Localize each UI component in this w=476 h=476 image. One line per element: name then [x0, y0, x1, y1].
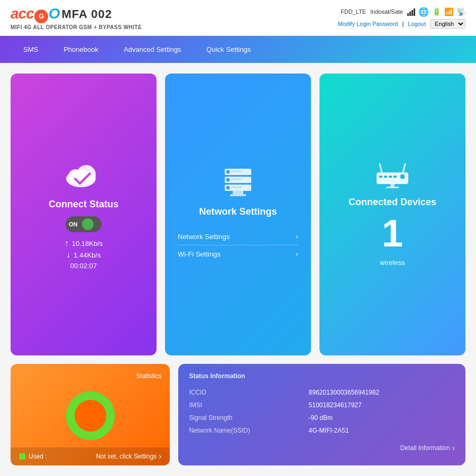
- header: accGO MFA 002 MIFI 4G ALL OPERATOR GSM +…: [0, 0, 476, 36]
- operator-label: Indosat/Sate: [370, 8, 403, 15]
- network-settings-link[interactable]: Network Settings ›: [178, 228, 298, 245]
- connect-status-card: Connect Status ON ↑ 10.18Kb/s ↓ 1.44Kb/s: [11, 74, 157, 356]
- server-rack-icon: [219, 166, 257, 200]
- nav-item-phonebook[interactable]: Phonebook: [51, 36, 111, 63]
- svg-rect-18: [393, 176, 397, 178]
- network-globe-icon: 🌐: [418, 7, 429, 17]
- nav-bar: SMS Phonebook Advanced Settings Quick Se…: [0, 36, 476, 63]
- cloud-check-icon: [62, 159, 105, 193]
- chevron-right-icon: ›: [296, 232, 298, 241]
- modify-password-link[interactable]: Modify Login Password: [338, 21, 398, 27]
- logout-link[interactable]: Logout: [408, 21, 426, 27]
- svg-rect-16: [384, 176, 387, 178]
- wifi-icon: 📶: [444, 7, 453, 16]
- statistics-card: Statistics Used : Not set, click Setting…: [11, 364, 170, 465]
- connected-devices-card: Connected Devices 1 wireless: [319, 74, 465, 356]
- detail-info-label: Detail Information: [400, 444, 450, 452]
- svg-rect-5: [231, 171, 242, 172]
- devices-type: wireless: [380, 259, 405, 267]
- svg-rect-8: [231, 179, 242, 180]
- upload-speed: 10.18Kb/s: [72, 240, 103, 248]
- toggle-on-label: ON: [69, 221, 78, 227]
- status-table: ICCID89620130003656941982IMSI51001823461…: [189, 386, 455, 437]
- status-value: 4G-MIFI-2A51: [309, 424, 455, 437]
- status-table-row: ICCID89620130003656941982: [189, 386, 455, 399]
- svg-rect-21: [386, 187, 399, 188]
- chevron-right-detail-icon: ›: [452, 443, 455, 453]
- used-dot-icon: [19, 453, 25, 460]
- logo-section: accGO MFA 002 MIFI 4G ALL OPERATOR GSM +…: [11, 5, 142, 30]
- status-key: Signal Strength: [189, 411, 308, 424]
- logo-mfa-text: MFA 002: [62, 7, 112, 21]
- battery-icon: 🔋: [432, 7, 441, 16]
- network-type-label: FDD_LTE: [341, 8, 366, 15]
- download-speed: 1.44Kb/s: [74, 251, 100, 259]
- header-links: Modify Login Password | Logout English: [338, 19, 465, 29]
- signal-bar: FDD_LTE Indosat/Sate 🌐 🔋 📶: [341, 7, 465, 17]
- connected-devices-title: Connected Devices: [349, 197, 436, 208]
- speed-info: ↑ 10.18Kb/s ↓ 1.44Kb/s 00:02:07: [65, 239, 103, 270]
- network-settings-card: Network Settings Network Settings › Wi-F…: [165, 74, 311, 356]
- donut-chart: [19, 384, 161, 447]
- svg-line-22: [380, 164, 382, 172]
- detail-info-link[interactable]: Detail Information ›: [189, 443, 455, 453]
- status-value: -90 dBm: [309, 411, 455, 424]
- chevron-right-icon-2: ›: [296, 250, 298, 258]
- nav-item-sms[interactable]: SMS: [11, 36, 51, 63]
- devices-count: 1: [382, 214, 403, 252]
- connect-status-title: Connect Status: [49, 199, 118, 210]
- svg-rect-19: [400, 175, 405, 179]
- status-table-row: IMSI510018234617927: [189, 399, 455, 411]
- svg-rect-13: [230, 194, 246, 196]
- stats-not-set-link[interactable]: Not set, click Settings ›: [96, 452, 161, 461]
- toggle-circle: [82, 218, 94, 230]
- nav-item-advanced-settings[interactable]: Advanced Settings: [111, 36, 194, 63]
- status-value: 510018234617927: [309, 399, 455, 411]
- download-arrow-icon: ↓: [66, 250, 70, 260]
- svg-point-2: [77, 165, 96, 184]
- nav-item-quick-settings[interactable]: Quick Settings: [194, 36, 263, 63]
- not-set-label: Not set, click Settings: [96, 453, 157, 460]
- chevron-right-stats-icon: ›: [159, 452, 161, 461]
- svg-rect-12: [233, 191, 243, 194]
- svg-rect-4: [226, 170, 230, 173]
- statistics-title: Statistics: [19, 372, 161, 380]
- svg-rect-15: [379, 176, 382, 178]
- status-info-title: Status Information: [189, 372, 455, 380]
- logo-access-text: accGO: [11, 5, 60, 23]
- router-icon: [371, 162, 414, 190]
- main-content: Connect Status ON ↑ 10.18Kb/s ↓ 1.44Kb/s: [0, 63, 476, 477]
- svg-rect-10: [226, 186, 230, 189]
- stats-used: Used :: [19, 453, 47, 460]
- upload-arrow-icon: ↑: [65, 239, 69, 248]
- status-table-row: Network Name(SSID)4G-MIFI-2A51: [189, 424, 455, 437]
- svg-point-25: [75, 400, 106, 432]
- network-links: Network Settings › Wi-Fi Settings ›: [178, 228, 298, 262]
- svg-rect-17: [389, 176, 392, 178]
- status-value: 89620130003656941982: [309, 386, 455, 399]
- bottom-row: Statistics Used : Not set, click Setting…: [11, 364, 465, 465]
- top-row: Connect Status ON ↑ 10.18Kb/s ↓ 1.44Kb/s: [11, 74, 465, 356]
- status-info-card: Status Information ICCID8962013000365694…: [178, 364, 465, 465]
- stats-settings-row[interactable]: Used : Not set, click Settings ›: [11, 447, 170, 465]
- network-settings-title: Network Settings: [199, 206, 277, 217]
- header-right: FDD_LTE Indosat/Sate 🌐 🔋 📶: [338, 7, 465, 29]
- status-table-row: Signal Strength-90 dBm: [189, 411, 455, 424]
- session-timer: 00:02:07: [70, 262, 97, 270]
- cellular-icon: 📡: [456, 7, 465, 16]
- status-key: IMSI: [189, 399, 308, 411]
- logo-subtitle: MIFI 4G ALL OPERATOR GSM + BYPASS WHITE: [11, 24, 142, 30]
- svg-line-23: [403, 164, 405, 172]
- language-select[interactable]: English: [430, 19, 465, 29]
- connect-toggle[interactable]: ON: [66, 216, 102, 232]
- svg-rect-11: [231, 187, 242, 188]
- status-key: ICCID: [189, 386, 308, 399]
- status-key: Network Name(SSID): [189, 424, 308, 437]
- svg-rect-7: [226, 178, 230, 181]
- signal-strength-icon: [407, 7, 415, 16]
- wifi-settings-link[interactable]: Wi-Fi Settings ›: [178, 245, 298, 262]
